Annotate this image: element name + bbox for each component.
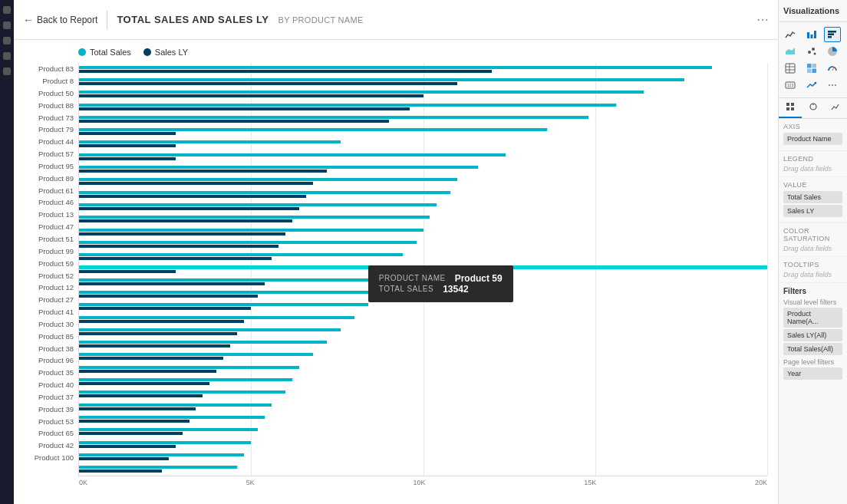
bar-sales-ly[interactable] (79, 370, 216, 373)
axis-field[interactable]: Product Name (783, 133, 842, 145)
bar-total-sales[interactable] (79, 466, 237, 469)
bar-total-sales[interactable] (79, 78, 684, 81)
filter-item-total-sales[interactable]: Total Sales(All) (783, 343, 842, 355)
bar-row[interactable] (79, 338, 767, 351)
bar-total-sales[interactable] (79, 316, 354, 319)
bar-row[interactable] (79, 213, 767, 226)
bar-sales-ly[interactable] (79, 332, 237, 335)
bar-row[interactable] (79, 250, 767, 262)
bar-row[interactable] (79, 375, 767, 387)
bar-total-sales[interactable] (79, 241, 417, 244)
bar-sales-ly[interactable] (79, 132, 176, 135)
bar-row[interactable] (79, 363, 767, 375)
bar-total-sales[interactable] (79, 265, 767, 269)
bar-row[interactable] (79, 113, 767, 125)
bar-total-sales[interactable] (79, 390, 285, 394)
bar-sales-ly[interactable] (79, 157, 176, 160)
viz-icon-line[interactable] (782, 27, 799, 42)
bar-total-sales[interactable] (79, 341, 327, 344)
bar-sales-ly[interactable] (79, 420, 190, 423)
bar-row[interactable] (79, 163, 767, 175)
bar-total-sales[interactable] (79, 404, 272, 407)
bar-total-sales[interactable] (79, 278, 396, 282)
bar-total-sales[interactable] (79, 441, 251, 444)
bar-sales-ly[interactable] (79, 457, 169, 460)
bar-row[interactable] (79, 63, 767, 75)
bar-row[interactable] (79, 263, 767, 275)
bar-sales-ly[interactable] (79, 270, 176, 273)
bar-row[interactable] (79, 75, 767, 87)
bar-total-sales[interactable] (79, 140, 341, 143)
bar-row[interactable] (79, 100, 767, 113)
bar-sales-ly[interactable] (79, 182, 313, 185)
bar-row[interactable] (79, 238, 767, 250)
viz-icon-scatter[interactable] (803, 44, 820, 59)
filter-year[interactable]: Year (783, 367, 842, 380)
bar-total-sales[interactable] (79, 453, 244, 456)
bar-row[interactable] (79, 463, 767, 476)
bar-sales-ly[interactable] (79, 320, 244, 323)
bar-total-sales[interactable] (79, 104, 616, 107)
bar-row[interactable] (79, 313, 767, 325)
bar-sales-ly[interactable] (79, 219, 292, 222)
bar-total-sales[interactable] (79, 291, 382, 294)
bar-sales-ly[interactable] (79, 245, 278, 248)
bar-total-sales[interactable] (79, 66, 712, 69)
bar-sales-ly[interactable] (79, 469, 162, 473)
bar-sales-ly[interactable] (79, 344, 230, 348)
bar-total-sales[interactable] (79, 166, 478, 169)
bar-row[interactable] (79, 426, 767, 438)
viz-icon-horizontal-bar[interactable] (824, 27, 841, 42)
back-button[interactable]: ← Back to Report (23, 14, 97, 26)
viz-icon-matrix[interactable] (803, 61, 820, 76)
bar-row[interactable] (79, 176, 767, 188)
bar-sales-ly[interactable] (79, 307, 251, 310)
bar-row[interactable] (79, 125, 767, 137)
tab-fields[interactable] (779, 98, 802, 118)
viz-icon-kpi[interactable] (803, 77, 820, 93)
bar-row[interactable] (79, 413, 767, 425)
bar-row[interactable] (79, 438, 767, 450)
value-field-total[interactable]: Total Sales (783, 191, 842, 203)
value-field-ly[interactable]: Sales LY (783, 205, 842, 217)
bar-row[interactable] (79, 150, 767, 163)
bar-row[interactable] (79, 388, 767, 400)
bar-sales-ly[interactable] (79, 207, 299, 210)
bar-total-sales[interactable] (79, 216, 430, 219)
bar-sales-ly[interactable] (79, 295, 258, 298)
bar-total-sales[interactable] (79, 353, 313, 356)
bar-row[interactable] (79, 400, 767, 413)
bar-sales-ly[interactable] (79, 232, 285, 236)
bar-row[interactable] (79, 88, 767, 100)
viz-icon-bar[interactable] (803, 27, 820, 42)
bar-sales-ly[interactable] (79, 257, 272, 260)
bar-sales-ly[interactable] (79, 394, 203, 397)
bar-sales-ly[interactable] (79, 407, 196, 410)
bar-sales-ly[interactable] (79, 382, 209, 385)
bar-total-sales[interactable] (79, 116, 588, 119)
viz-icon-table[interactable] (782, 61, 799, 76)
bar-row[interactable] (79, 200, 767, 212)
bar-row[interactable] (79, 275, 767, 288)
bar-total-sales[interactable] (79, 428, 258, 431)
bar-row[interactable] (79, 301, 767, 313)
bar-row[interactable] (79, 288, 767, 300)
bar-row[interactable] (79, 226, 767, 238)
bar-sales-ly[interactable] (79, 120, 389, 123)
bar-total-sales[interactable] (79, 128, 547, 131)
bar-row[interactable] (79, 351, 767, 363)
bar-sales-ly[interactable] (79, 445, 176, 448)
viz-icon-pie[interactable] (824, 44, 841, 59)
bar-row[interactable] (79, 138, 767, 150)
bar-total-sales[interactable] (79, 366, 299, 369)
bar-sales-ly[interactable] (79, 432, 183, 435)
bar-total-sales[interactable] (79, 229, 424, 232)
bar-total-sales[interactable] (79, 328, 341, 331)
viz-icon-card[interactable]: 123 (782, 77, 799, 93)
viz-icon-more[interactable]: ⋯ (824, 77, 841, 93)
filter-item-sales-ly[interactable]: Sales LY(All) (783, 329, 842, 341)
filter-item-product-name[interactable]: Product Name(A... (783, 308, 842, 328)
right-panel-scroll[interactable]: Axis Product Name Legend Drag data field… (779, 119, 847, 504)
bar-total-sales[interactable] (79, 191, 450, 194)
bar-total-sales[interactable] (79, 253, 403, 256)
